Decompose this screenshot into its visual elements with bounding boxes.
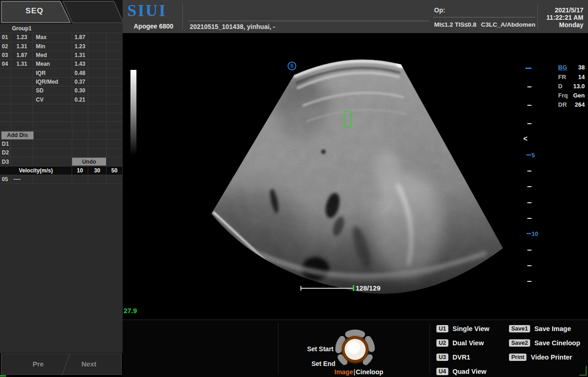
patient-id: 20210515_101438, yinhuai, - bbox=[190, 23, 275, 30]
depth-tick bbox=[527, 86, 531, 87]
set-end-label[interactable]: Set End bbox=[301, 360, 335, 367]
cell: Med bbox=[33, 51, 72, 59]
frame-counter: 128/129 bbox=[356, 284, 380, 292]
next-button[interactable]: Next bbox=[69, 360, 108, 368]
mode-image[interactable]: Image bbox=[334, 368, 353, 376]
cell bbox=[0, 69, 11, 77]
cell bbox=[33, 113, 72, 121]
cell: IQR bbox=[33, 69, 72, 77]
cell: Max bbox=[33, 33, 72, 41]
depth-tick bbox=[527, 202, 531, 203]
param-fr-label: FR bbox=[558, 74, 566, 80]
cell bbox=[33, 140, 72, 148]
pre-button[interactable]: Pre bbox=[20, 360, 57, 368]
cell bbox=[107, 60, 123, 68]
measurement-panel: Group1 011.23Max1.87 021.31Min1.23 031.8… bbox=[0, 24, 123, 353]
row-05: 05---- bbox=[0, 175, 123, 184]
shortcut-u1[interactable]: U1 Single View bbox=[436, 324, 489, 334]
cell bbox=[107, 175, 123, 183]
shortcut-u3[interactable]: U3 DVR1 bbox=[436, 352, 470, 362]
d1-row: D1 bbox=[0, 140, 123, 149]
trackball-mode-label: Image|Cineloop bbox=[334, 368, 383, 376]
shortcut-save2[interactable]: Save2 Save Cineloop bbox=[509, 338, 580, 348]
brand-logo: SIUI bbox=[127, 1, 167, 20]
cell bbox=[33, 104, 72, 113]
cell: 1.31 bbox=[72, 51, 88, 59]
key-badge: Save1 bbox=[509, 325, 530, 332]
depth-tick bbox=[527, 218, 531, 219]
trackball-highlight bbox=[347, 341, 360, 354]
cell: 0.21 bbox=[72, 95, 88, 103]
cell bbox=[107, 33, 123, 41]
key-badge: U3 bbox=[436, 354, 448, 361]
param-bg-label[interactable]: BG bbox=[558, 64, 567, 71]
velocity-option-30[interactable]: 30 bbox=[88, 166, 107, 175]
measurement-table: Group1 011.23Max1.87 021.31Min1.23 031.8… bbox=[0, 24, 123, 184]
roi-sample-box[interactable] bbox=[344, 111, 351, 127]
cell bbox=[107, 140, 123, 148]
trackball-bottom-right-key[interactable] bbox=[366, 357, 370, 362]
trackball-top-key[interactable] bbox=[348, 333, 362, 334]
depth-label-5: 5 bbox=[526, 151, 535, 159]
param-dr-value: 264 bbox=[575, 101, 585, 108]
key-badge: U4 bbox=[436, 368, 448, 375]
tab-seq-label[interactable]: SEQ bbox=[0, 6, 69, 16]
depth-tick bbox=[527, 105, 531, 106]
cell bbox=[88, 175, 107, 183]
focus-arrow-icon[interactable]: < bbox=[523, 135, 527, 143]
set-start-label[interactable]: Set Start bbox=[299, 345, 334, 353]
cell bbox=[11, 149, 33, 157]
cell bbox=[72, 149, 88, 157]
cell: Mean bbox=[33, 60, 72, 68]
cell: 1.43 bbox=[72, 60, 88, 68]
undo-button[interactable]: Undo bbox=[72, 158, 106, 166]
cell bbox=[107, 86, 123, 95]
cell bbox=[88, 78, 107, 86]
empty-row bbox=[0, 122, 123, 131]
stat-row: SD0.30 bbox=[0, 86, 123, 95]
time: 11:22:21 AM bbox=[543, 14, 583, 21]
velocity-option-50[interactable]: 50 bbox=[107, 166, 123, 175]
param-frq-label: Frq bbox=[558, 92, 568, 99]
tab-empty[interactable] bbox=[63, 1, 123, 23]
shortcut-save1[interactable]: Save1 Save Image bbox=[509, 324, 571, 334]
key-badge: Print bbox=[509, 354, 526, 361]
trackball-right-key[interactable] bbox=[368, 339, 372, 349]
depth-label-10: 10 bbox=[526, 230, 538, 237]
operator-underline bbox=[433, 17, 535, 17]
operator-label: Op: bbox=[434, 6, 445, 14]
param-fr-value: 14 bbox=[578, 74, 585, 80]
page-nav-bar: Pre Next bbox=[1, 354, 122, 375]
cell bbox=[107, 122, 123, 130]
cell bbox=[88, 113, 107, 121]
table-header-row: Group1 bbox=[0, 24, 123, 33]
cineloop-position-marker[interactable] bbox=[353, 285, 354, 291]
mode-cineloop[interactable]: Cineloop bbox=[356, 368, 383, 376]
depth-tick bbox=[526, 154, 531, 155]
grayscale-bar bbox=[130, 70, 136, 155]
cell: Min bbox=[33, 42, 72, 51]
trackball-left-key[interactable] bbox=[339, 339, 342, 350]
cell bbox=[88, 42, 107, 51]
cell bbox=[11, 157, 33, 166]
add-dis-button[interactable]: Add Dis bbox=[1, 131, 34, 139]
shortcut-u2[interactable]: U2 Dual View bbox=[436, 338, 484, 348]
cineloop-progress-bar[interactable] bbox=[301, 288, 353, 289]
cell bbox=[0, 104, 11, 113]
shortcut-u4[interactable]: U4 Quad View bbox=[436, 366, 486, 377]
stat-row: 041.31Mean1.43 bbox=[0, 60, 123, 69]
shortcut-print[interactable]: Print Video Printer bbox=[509, 352, 572, 362]
velocity-option-10[interactable]: 10 bbox=[72, 166, 88, 175]
cell: 0.30 bbox=[72, 86, 88, 95]
cell bbox=[72, 140, 88, 148]
divider bbox=[278, 323, 278, 374]
depth-tick bbox=[527, 186, 531, 187]
weekday: Monday bbox=[543, 21, 583, 29]
cell bbox=[88, 60, 107, 68]
trackball-bottom-left-key[interactable] bbox=[340, 357, 345, 362]
divider bbox=[430, 323, 430, 374]
cell bbox=[107, 69, 123, 77]
cell bbox=[33, 122, 72, 130]
param-row: D 13.0 bbox=[558, 81, 585, 91]
cell bbox=[88, 104, 107, 113]
